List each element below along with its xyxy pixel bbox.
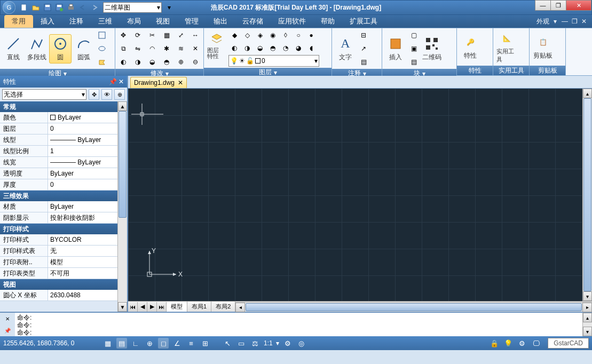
open-icon[interactable]: [30, 2, 41, 13]
property-row[interactable]: 线型———— ByLayer: [0, 134, 117, 146]
draw-misc-icon[interactable]: [96, 29, 108, 41]
layout-first-icon[interactable]: ⏮: [128, 302, 138, 312]
qrcode-button[interactable]: 二维码: [421, 35, 443, 63]
appearance-menu[interactable]: 外观: [536, 17, 549, 26]
layer-icon[interactable]: ◐: [228, 42, 240, 54]
layout-last-icon[interactable]: ⏭: [157, 302, 167, 312]
properties-scrollbar[interactable]: ▲ ▼: [117, 101, 127, 312]
layout-next-icon[interactable]: ▶: [147, 302, 157, 312]
properties-button[interactable]: 🔑特性: [459, 33, 482, 61]
property-category[interactable]: 三维效果: [0, 191, 117, 201]
mdi-minimize-icon[interactable]: —: [561, 18, 569, 25]
status-icon[interactable]: ⚙: [282, 338, 293, 349]
bulb-status-icon[interactable]: 💡: [503, 338, 514, 349]
erase-icon[interactable]: ✕: [190, 43, 201, 54]
property-row[interactable]: 线型比例1: [0, 146, 117, 157]
text-button[interactable]: A文字: [334, 35, 357, 63]
modify-icon[interactable]: ◐: [117, 56, 129, 68]
saveas-icon[interactable]: [54, 2, 65, 13]
command-input-line[interactable]: 命令:: [17, 329, 580, 336]
mdi-close-icon[interactable]: ✕: [580, 18, 588, 25]
osnap-toggle[interactable]: ◻: [158, 338, 169, 349]
cmd-pin-icon[interactable]: 📌: [4, 328, 11, 334]
trim-icon[interactable]: ✂: [146, 29, 158, 41]
canvas-vscroll[interactable]: ▴▾: [582, 89, 592, 301]
copy-icon[interactable]: ⧉: [117, 43, 129, 54]
layout-tab[interactable]: 布局1: [187, 302, 211, 312]
property-row[interactable]: 图层0: [0, 123, 117, 134]
move-icon[interactable]: ✥: [117, 29, 129, 41]
palette-close-icon[interactable]: ✕: [119, 78, 124, 85]
command-window[interactable]: ✕📌 命令: 命令: 命令: ▴▾: [0, 312, 592, 336]
layer-icon[interactable]: ◓: [267, 42, 279, 54]
ribbon-tab[interactable]: 视图: [148, 15, 177, 28]
layout-prev-icon[interactable]: ◀: [138, 302, 147, 312]
app-logo[interactable]: G: [3, 1, 15, 14]
document-tab[interactable]: Drawing1.dwg✕: [130, 77, 187, 88]
layer-icon[interactable]: ◕: [293, 42, 304, 54]
layer-icon[interactable]: ◖: [305, 42, 317, 54]
workspace-dropdown[interactable]: 二维草图▾: [103, 2, 162, 13]
drawing-canvas[interactable]: XY: [128, 89, 582, 301]
line-button[interactable]: 直线: [2, 35, 25, 63]
ribbon-tab[interactable]: 布局: [120, 15, 148, 28]
leader-icon[interactable]: ↗: [358, 43, 369, 54]
mirror-icon[interactable]: ⇋: [132, 43, 144, 54]
layer-icon[interactable]: ◉: [267, 29, 279, 41]
layer-icon[interactable]: ●: [305, 29, 317, 41]
layer-properties-button[interactable]: 图层 特性: [206, 29, 227, 67]
monitor-icon[interactable]: 🖵: [531, 338, 541, 349]
quick-select-icon[interactable]: ✥: [89, 89, 99, 100]
ribbon-tab[interactable]: 常用: [4, 15, 33, 28]
property-row[interactable]: 打印表类型不可用: [0, 268, 117, 279]
lock-icon[interactable]: 🔒: [489, 338, 500, 349]
fillet-icon[interactable]: ◠: [146, 43, 158, 54]
settings-icon[interactable]: ⚙: [517, 338, 527, 349]
property-row[interactable]: 圆心 X 坐标2630.0488: [0, 290, 117, 301]
modify-icon[interactable]: ⊖: [190, 56, 201, 68]
model-toggle[interactable]: ▭: [236, 338, 247, 349]
table-icon[interactable]: ▤: [358, 56, 369, 68]
lwt-toggle[interactable]: ≡: [186, 338, 196, 349]
layout-tab[interactable]: 模型: [167, 302, 187, 312]
dimension-icon[interactable]: ⊟: [358, 29, 369, 41]
property-row[interactable]: 线宽———— ByLayer: [0, 157, 117, 168]
property-row[interactable]: 打印样式表无: [0, 246, 117, 257]
snap-toggle[interactable]: ▦: [102, 338, 113, 349]
stretch-icon[interactable]: ↔: [190, 29, 201, 41]
property-category[interactable]: 打印样式: [0, 224, 117, 234]
layer-dropdown[interactable]: 💡☀🔓 0▾: [228, 55, 319, 67]
otrack-toggle[interactable]: ∠: [172, 338, 183, 349]
layer-icon[interactable]: ◆: [228, 29, 240, 41]
layer-icon[interactable]: ◔: [280, 42, 291, 54]
ortho-toggle[interactable]: ∟: [130, 338, 141, 349]
property-row[interactable]: 透明度ByLayer: [0, 168, 117, 179]
property-row[interactable]: 打印表附..模型: [0, 257, 117, 268]
mdi-restore-icon[interactable]: ❐: [571, 18, 578, 25]
property-category[interactable]: 常规: [0, 101, 117, 112]
rotate-icon[interactable]: ⟳: [132, 29, 144, 41]
property-row[interactable]: 颜色ByLayer: [0, 112, 117, 123]
explode-icon[interactable]: ✱: [161, 43, 172, 54]
minimize-button[interactable]: —: [535, 0, 551, 11]
scale-icon[interactable]: ⤢: [175, 29, 187, 41]
ribbon-tab[interactable]: 云存储: [235, 15, 271, 28]
print-icon[interactable]: [66, 2, 76, 13]
cursor-icon[interactable]: ↖: [222, 338, 233, 349]
qat-more-icon[interactable]: ▾: [164, 2, 175, 13]
ribbon-tab[interactable]: 三维: [91, 15, 120, 28]
layout-tab[interactable]: 布局2: [211, 302, 235, 312]
property-row[interactable]: 材质ByLayer: [0, 201, 117, 212]
save-icon[interactable]: [42, 2, 53, 13]
property-category[interactable]: 视图: [0, 279, 117, 290]
circle-button[interactable]: 圆: [49, 34, 72, 64]
array-icon[interactable]: ▦: [161, 29, 172, 41]
layer-icon[interactable]: ○: [293, 29, 304, 41]
redo-icon[interactable]: [89, 2, 100, 13]
polar-toggle[interactable]: ⊕: [144, 338, 155, 349]
close-button[interactable]: ✕: [566, 0, 591, 11]
modify-icon[interactable]: ◒: [146, 56, 158, 68]
doc-tab-close-icon[interactable]: ✕: [178, 79, 183, 86]
offset-icon[interactable]: ≋: [175, 43, 187, 54]
pickadd-icon[interactable]: ⊕: [114, 89, 125, 100]
